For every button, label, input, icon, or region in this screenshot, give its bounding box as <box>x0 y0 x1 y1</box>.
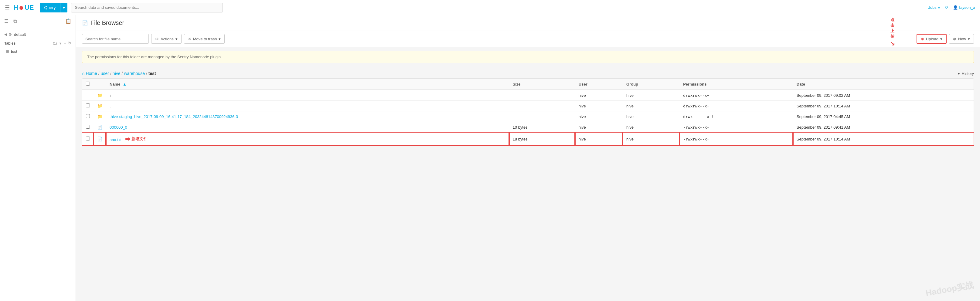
tables-add-icon[interactable]: + <box>64 41 66 46</box>
file-link[interactable]: .hive-staging_hive_2017-09-09_16-41-17_1… <box>110 114 238 119</box>
toolbar: ⚙ Actions ▾ ✕ Move to trash ▾ 点击上传 ↘ ⊕ U… <box>76 31 980 47</box>
content-header: 📄 File Browser <box>76 15 980 31</box>
upload-caret-icon: ▾ <box>940 37 942 41</box>
file-group-cell: hive <box>623 90 679 101</box>
row-checkbox[interactable] <box>86 103 90 108</box>
search-input[interactable] <box>82 34 149 44</box>
file-date-cell: September 09, 2017 10:14 AM <box>793 101 974 111</box>
sidebar-icon-bookmark[interactable]: 📋 <box>65 18 72 24</box>
col-header-name[interactable]: Name ▲ <box>106 79 509 90</box>
query-main-label[interactable]: Query <box>40 3 60 13</box>
gear-icon: ⚙ <box>155 37 159 41</box>
content-area: 📄 File Browser ⚙ Actions ▾ ✕ Move to tra… <box>76 15 980 301</box>
upload-label: Upload <box>926 37 939 41</box>
file-user-cell: hive <box>575 122 623 133</box>
breadcrumb-current: test <box>148 71 156 76</box>
history-caret-icon: ▾ <box>958 71 960 76</box>
sidebar-icons-bar: ☰ ⧉ 📋 <box>0 15 76 27</box>
actions-button[interactable]: ⚙ Actions ▾ <box>151 34 181 44</box>
breadcrumb: ⌂ Home / user / hive / warehouse / test <box>82 71 156 76</box>
breadcrumb-user[interactable]: user <box>101 71 109 76</box>
logo-ue: UE <box>25 4 34 11</box>
file-link[interactable]: 000000_0 <box>110 125 127 130</box>
file-name-cell[interactable]: aaa.txt➡新增文件 <box>106 133 509 146</box>
file-date-cell: September 09, 2017 10:14 AM <box>793 133 974 146</box>
file-link[interactable]: aaa.txt <box>110 138 121 142</box>
main-layout: ☰ ⧉ 📋 ◀ ⚙ default Tables (1) ▼ + ↻ ▦ <box>0 15 980 301</box>
database-icon: ⚙ <box>8 32 12 37</box>
sidebar-item-test[interactable]: ▦ test <box>0 48 76 55</box>
query-caret-icon[interactable]: ▾ <box>60 3 67 13</box>
folder-icon: 📁 <box>97 114 102 119</box>
table-name-label: test <box>11 49 17 54</box>
file-permissions-cell: -rwxrwx--x+ <box>679 122 793 133</box>
move-to-trash-button[interactable]: ✕ Move to trash ▾ <box>184 34 225 44</box>
upload-button[interactable]: ⊕ Upload ▾ <box>916 34 947 44</box>
row-checkbox[interactable] <box>86 114 90 118</box>
breadcrumb-home[interactable]: ⌂ Home <box>82 71 97 76</box>
query-button[interactable]: Query ▾ <box>40 3 67 13</box>
sidebar-icon-layers[interactable]: ☰ <box>4 18 8 24</box>
col-header-user: User <box>575 79 623 90</box>
col-header-check <box>82 79 94 90</box>
new-label: New <box>958 37 966 41</box>
file-permissions-cell: drwxrwx--x+ <box>679 101 793 111</box>
upload-annotation-wrap: 点击上传 ↘ ⊕ Upload ▾ <box>916 34 947 44</box>
sidebar-db-row[interactable]: ◀ ⚙ default <box>0 30 76 39</box>
hamburger-icon[interactable]: ☰ <box>5 4 10 11</box>
breadcrumb-sep-3: / <box>122 71 123 76</box>
logo: H●UE <box>13 4 34 11</box>
breadcrumb-hive[interactable]: hive <box>113 71 121 76</box>
breadcrumb-sep-1: / <box>99 71 100 76</box>
file-size-cell <box>509 90 575 101</box>
new-button[interactable]: ⊕ New ▾ <box>949 34 974 44</box>
col-header-icon <box>94 79 106 90</box>
file-group-cell: hive <box>623 122 679 133</box>
file-date-cell: September 09, 2017 04:45 AM <box>793 111 974 122</box>
breadcrumb-warehouse[interactable]: warehouse <box>124 71 145 76</box>
file-date-cell: September 09, 2017 09:41 AM <box>793 122 974 133</box>
history-label: History <box>962 71 974 76</box>
actions-label: Actions <box>161 37 173 41</box>
file-user-cell: hive <box>575 90 623 101</box>
tables-filter-icon[interactable]: ▼ <box>59 41 62 45</box>
table-row: 📁.hive-staging_hive_2017-09-09_16-41-17_… <box>82 111 974 122</box>
upload-icon: ⊕ <box>921 37 924 41</box>
history-nav-icon[interactable]: ↺ <box>945 5 948 10</box>
annotation-arrow-icon: ↘ <box>890 40 895 47</box>
select-all-checkbox[interactable] <box>86 82 90 86</box>
top-right: Jobs ≡ ↺ 👤 fayson_a <box>928 5 975 10</box>
user-menu[interactable]: 👤 fayson_a <box>953 5 975 10</box>
top-search-input[interactable] <box>71 3 223 13</box>
breadcrumb-bar: ⌂ Home / user / hive / warehouse / test … <box>76 67 980 78</box>
sidebar-tables-header: Tables (1) ▼ + ↻ <box>0 39 76 48</box>
col-header-group: Group <box>623 79 679 90</box>
row-checkbox[interactable] <box>86 125 90 129</box>
history-button[interactable]: ▾ History <box>958 71 974 76</box>
file-browser-icon: 📄 <box>82 20 88 26</box>
new-caret-icon: ▾ <box>968 37 970 41</box>
col-header-permissions: Permissions <box>679 79 793 90</box>
move-icon: ✕ <box>188 37 191 41</box>
file-size-cell <box>509 111 575 122</box>
breadcrumb-sep-2: / <box>110 71 111 76</box>
home-label: Home <box>86 71 97 76</box>
table-row: 📄aaa.txt➡新增文件18 byteshivehive-rwxrwx--x+… <box>82 133 974 146</box>
logo-h: H <box>13 4 18 11</box>
file-user-cell: hive <box>575 101 623 111</box>
file-name-cell[interactable]: 000000_0 <box>106 122 509 133</box>
file-size-cell: 18 bytes <box>509 133 575 146</box>
jobs-button[interactable]: Jobs ≡ <box>928 5 940 10</box>
user-icon: 👤 <box>953 5 958 10</box>
sidebar-icon-copy[interactable]: ⧉ <box>13 19 17 24</box>
permission-notice-text: The permissions for this folder are mana… <box>87 55 222 59</box>
username-label: fayson_a <box>959 5 975 10</box>
file-name-cell[interactable]: .hive-staging_hive_2017-09-09_16-41-17_1… <box>106 111 509 122</box>
tables-refresh-icon[interactable]: ↻ <box>68 41 72 46</box>
annotation-arrow-icon: ➡ <box>125 135 130 143</box>
move-to-trash-label: Move to trash <box>193 37 217 41</box>
row-checkbox[interactable] <box>86 136 90 141</box>
tables-count: (1) <box>53 41 57 45</box>
file-table: Name ▲ Size User Group Permissions Date … <box>82 79 974 145</box>
actions-caret-icon: ▾ <box>175 37 178 41</box>
